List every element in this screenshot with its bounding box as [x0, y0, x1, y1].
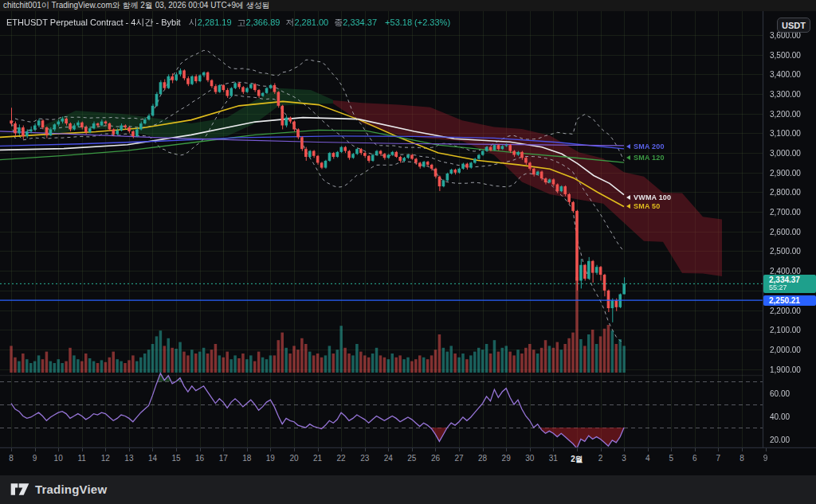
- date-label: 11: [78, 454, 86, 463]
- date-label: 8: [9, 454, 14, 463]
- date-tick-mark: [294, 448, 295, 451]
- ma-label-sma-200: SMA 200: [626, 143, 665, 150]
- date-tick-mark: [341, 448, 342, 451]
- price-chart-canvas[interactable]: [0, 11, 816, 448]
- price-tick-label: 3,100.00: [770, 129, 801, 138]
- price-tick-label: 2,400.00: [770, 267, 801, 275]
- date-label: 2월: [571, 454, 583, 465]
- date-label: 16: [195, 454, 204, 463]
- date-label: 10: [54, 454, 63, 463]
- date-tick-mark: [35, 448, 36, 451]
- date-tick-mark: [506, 448, 507, 451]
- ohlc-label: 종: [334, 18, 343, 27]
- date-tick-mark: [577, 448, 578, 451]
- date-tick-mark: [152, 448, 153, 451]
- price-tick-label: 2,500.00: [770, 247, 801, 256]
- date-label: 21: [313, 454, 322, 463]
- date-tick-mark: [695, 448, 696, 451]
- price-tick-label: 2,700.00: [770, 208, 801, 217]
- date-tick-mark: [129, 448, 130, 451]
- date-tick-mark: [176, 448, 177, 451]
- date-label: 22: [337, 454, 346, 463]
- date-label: 28: [478, 454, 487, 463]
- price-tick-label: 3,000.00: [770, 149, 801, 158]
- ma-label-sma-120: SMA 120: [626, 154, 665, 162]
- date-tick-mark: [601, 448, 602, 451]
- date-label: 2: [598, 454, 603, 463]
- ma-label-text: SMA 200: [634, 143, 665, 150]
- date-tick-mark: [624, 448, 625, 451]
- chart-area: ETHUSDT Perpetual Contract - 4시간 - Bybit…: [0, 11, 816, 475]
- ma-label-sma-50: SMA 50: [626, 202, 660, 210]
- date-tick-mark: [105, 448, 106, 451]
- date-tick-mark: [648, 448, 649, 451]
- date-tick-mark: [388, 448, 389, 451]
- date-label: 5: [669, 454, 673, 463]
- ohlc-value: 2,281.19: [198, 18, 232, 27]
- price-tick-label: 3,300.00: [770, 90, 801, 99]
- date-label: 19: [266, 454, 275, 463]
- ohlc-label: 고: [237, 18, 246, 27]
- date-label: 26: [431, 454, 440, 463]
- date-tick-mark: [200, 448, 201, 451]
- date-label: 20: [289, 454, 298, 463]
- rsi-tick-label: 60.00: [770, 389, 790, 397]
- date-label: 14: [148, 454, 157, 463]
- date-label: 17: [219, 454, 228, 463]
- date-label: 23: [360, 454, 369, 463]
- date-label: 18: [242, 454, 251, 463]
- date-tick-mark: [766, 448, 767, 451]
- date-tick-mark: [58, 448, 59, 451]
- price-tick-label: 2,800.00: [770, 188, 801, 197]
- price-tick-label: 3,500.00: [770, 50, 801, 59]
- date-tick-mark: [530, 448, 531, 451]
- price-tick-label: 2,600.00: [770, 227, 801, 236]
- date-tick-mark: [82, 448, 83, 451]
- currency-toggle-button[interactable]: USDT: [777, 18, 810, 33]
- price-tick-label: 2,200.00: [770, 306, 801, 315]
- date-axis[interactable]: 8910111213141516171819202122232425262728…: [0, 448, 816, 475]
- date-label: 25: [407, 454, 416, 463]
- date-tick-mark: [318, 448, 319, 451]
- date-tick-mark: [247, 448, 248, 451]
- date-label: 29: [502, 454, 511, 463]
- tradingview-logo-text: TradingView: [35, 483, 107, 496]
- date-tick-mark: [459, 448, 460, 451]
- last-price-badge: 2,334.37 55:27: [763, 275, 816, 293]
- date-label: 7: [716, 454, 721, 463]
- ohlc-value: 2,334.37: [343, 18, 377, 27]
- date-tick-mark: [223, 448, 224, 451]
- date-label: 6: [692, 454, 697, 463]
- price-tick-label: 1,900.00: [770, 365, 801, 373]
- line-end-arrow-icon: [626, 155, 630, 160]
- line-end-arrow-icon: [626, 195, 630, 200]
- symbol-title[interactable]: ETHUSDT Perpetual Contract - 4시간 - Bybit: [6, 18, 181, 27]
- ohlc-label: 시: [189, 18, 198, 27]
- ohlc-label: 저: [285, 18, 294, 27]
- price-tick-label: 2,100.00: [770, 326, 801, 334]
- date-label: 27: [454, 454, 463, 463]
- price-change: +53.18 (+2.33%): [385, 18, 450, 27]
- date-label: 15: [171, 454, 180, 463]
- date-label: 13: [124, 454, 133, 463]
- attribution-text: chitchit001이 TradingView.com와 함께 2월 03, …: [3, 1, 270, 10]
- rsi-tick-label: 20.00: [770, 435, 790, 443]
- price-tick-label: 3,400.00: [770, 70, 801, 79]
- ma-label-text: VWMA 100: [634, 193, 671, 201]
- date-tick-mark: [718, 448, 719, 451]
- date-tick-mark: [270, 448, 271, 451]
- tradingview-logo[interactable]: TradingView: [10, 482, 107, 497]
- date-tick-mark: [412, 448, 413, 451]
- date-tick-mark: [553, 448, 554, 451]
- date-label: 24: [384, 454, 393, 463]
- rsi-tick-label: 40.00: [770, 412, 790, 420]
- line-end-arrow-icon: [626, 204, 630, 209]
- attribution-bar: chitchit001이 TradingView.com와 함께 2월 03, …: [0, 0, 816, 11]
- date-label: 9: [763, 454, 768, 463]
- date-label: 9: [33, 454, 37, 463]
- ohlc-values: 시2,281.19고2,366.89저2,281.00종2,334.37: [183, 18, 377, 27]
- alert-price-badge: 2,250.21: [763, 295, 816, 306]
- chart-legend: ETHUSDT Perpetual Contract - 4시간 - Bybit…: [6, 17, 450, 29]
- date-label: 31: [549, 454, 558, 463]
- date-tick-mark: [483, 448, 484, 451]
